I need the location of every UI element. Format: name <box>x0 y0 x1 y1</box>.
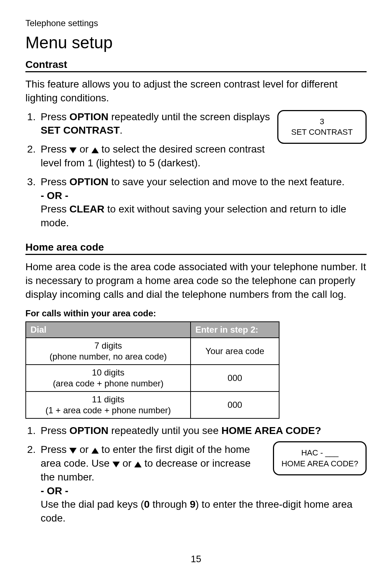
key-label: OPTION <box>69 176 108 187</box>
text: Press <box>41 425 69 436</box>
home-intro: Home area code is the area code associat… <box>25 260 367 301</box>
key-label: HOME AREA CODE? <box>221 425 321 436</box>
contrast-intro: This feature allows you to adjust the sc… <box>25 77 367 105</box>
area-code-table: Dial Enter in step 2: 7 digits (phone nu… <box>25 321 279 419</box>
text: or <box>77 444 91 455</box>
text: or <box>77 143 91 155</box>
lcd-line: HAC - ___ <box>281 447 358 458</box>
table-caption: For calls within your area code: <box>25 308 367 319</box>
page-number: 15 <box>0 553 392 565</box>
up-arrow-icon <box>134 462 142 467</box>
key-label: CLEAR <box>69 203 104 215</box>
lcd-display-home: HAC - ___ HOME AREA CODE? <box>273 441 367 475</box>
key-label: 9 <box>190 499 196 510</box>
page-title: Menu setup <box>25 33 367 52</box>
up-arrow-icon <box>91 147 99 153</box>
step: Press OPTION to save your selection and … <box>38 175 367 230</box>
table-cell: 000 <box>191 365 279 392</box>
table-cell: Your area code <box>191 338 279 365</box>
table-header: Enter in step 2: <box>191 322 279 338</box>
text: Press <box>41 444 69 455</box>
or-label: - OR - <box>41 190 68 201</box>
table-row: 10 digits (area code + phone number) 000 <box>26 365 279 392</box>
up-arrow-icon <box>91 448 99 454</box>
table-row: 11 digits (1 + area code + phone number)… <box>26 392 279 418</box>
key-label: OPTION <box>69 111 108 122</box>
text: through <box>150 499 190 510</box>
table-header: Dial <box>26 322 191 338</box>
text: Use the dial pad keys ( <box>41 499 144 510</box>
cell-line: 10 digits <box>30 367 187 378</box>
text: to save your selection and move to the n… <box>109 176 345 187</box>
table-cell: 10 digits (area code + phone number) <box>26 365 191 392</box>
step: Press OPTION repeatedly until you see HO… <box>38 424 367 438</box>
down-arrow-icon <box>69 448 77 454</box>
text: Press <box>41 176 69 187</box>
text: repeatedly until you see <box>109 425 221 436</box>
table-cell: 000 <box>191 392 279 418</box>
table-header-row: Dial Enter in step 2: <box>26 322 279 338</box>
table-cell: 11 digits (1 + area code + phone number) <box>26 392 191 418</box>
key-label: OPTION <box>69 425 108 436</box>
or-label: - OR - <box>41 485 68 496</box>
cell-line: (1 + area code + phone number) <box>30 405 187 416</box>
lcd-line: 3 <box>286 116 358 127</box>
cell-line: 7 digits <box>30 340 187 351</box>
cell-line: (phone number, no area code) <box>30 351 187 362</box>
text: repeatedly until the screen displays <box>109 111 270 122</box>
key-label: SET CONTRAST <box>41 125 120 136</box>
down-arrow-icon <box>113 462 120 467</box>
text: Press <box>41 111 69 122</box>
lcd-line: HOME AREA CODE? <box>281 458 358 469</box>
down-arrow-icon <box>69 147 77 153</box>
text: Press <box>41 143 69 155</box>
cell-line: 11 digits <box>30 394 187 405</box>
home-steps: Press OPTION repeatedly until you see HO… <box>25 424 367 525</box>
text: Press <box>41 203 69 215</box>
table-row: 7 digits (phone number, no area code) Yo… <box>26 338 279 365</box>
breadcrumb: Telephone settings <box>25 18 367 28</box>
text: . <box>120 125 123 136</box>
section-heading-home-area-code: Home area code <box>25 242 367 255</box>
section-heading-contrast: Contrast <box>25 59 367 72</box>
step: Press or to select the desired screen co… <box>38 142 367 170</box>
lcd-display-contrast: 3 SET CONTRAST <box>277 110 367 144</box>
key-label: 0 <box>144 499 150 510</box>
table-cell: 7 digits (phone number, no area code) <box>26 338 191 365</box>
cell-line: (area code + phone number) <box>30 378 187 389</box>
lcd-line: SET CONTRAST <box>286 127 358 138</box>
step: HAC - ___ HOME AREA CODE? Press or to en… <box>38 443 367 525</box>
text: or <box>120 458 134 469</box>
manual-page: Telephone settings Menu setup Contrast T… <box>0 0 392 572</box>
